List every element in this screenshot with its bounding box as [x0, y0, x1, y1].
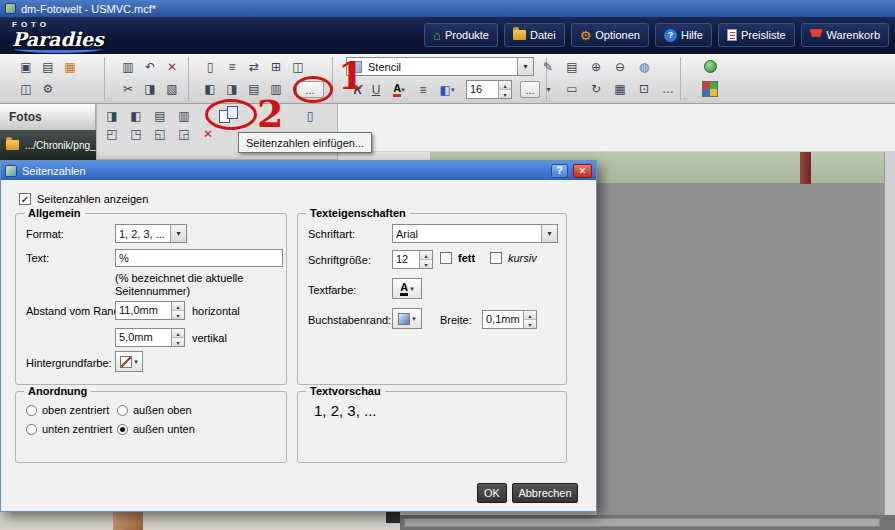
- pricelist-icon: [727, 29, 737, 41]
- frame-icon[interactable]: ⊡: [634, 80, 654, 97]
- slideshow-icon[interactable]: ▭: [562, 80, 582, 97]
- list-icon[interactable]: ≡: [222, 58, 242, 75]
- align-top-left-icon[interactable]: ◰: [102, 125, 122, 142]
- abstand-vertikal-spinner[interactable]: 5,0mm ▴▾: [115, 328, 185, 347]
- preview-text: 1, 2, 3, ...: [314, 402, 377, 419]
- photo-icon[interactable]: ▦: [60, 58, 80, 75]
- spin-up-icon[interactable]: ▴: [172, 329, 184, 338]
- fill-color-button[interactable]: ◧ ▾: [434, 81, 460, 98]
- spin-down-icon[interactable]: ▾: [524, 320, 536, 328]
- show-pagenumbers-checkbox[interactable]: ✓ Seitenzahlen anzeigen: [19, 193, 148, 205]
- chevron-down-icon[interactable]: ▾: [517, 58, 533, 75]
- nav-datei-button[interactable]: Datei: [504, 23, 565, 47]
- font-size-spinner[interactable]: 16 ▴▾: [466, 80, 512, 99]
- remove-icon[interactable]: ✕: [198, 125, 218, 142]
- layout-grid-icon[interactable]: ◫: [16, 80, 36, 97]
- buchstabenrand-button[interactable]: ▾: [392, 308, 422, 329]
- spin-down-icon[interactable]: ▾: [499, 90, 511, 98]
- group-texteigenschaften-title: Texteigenschaften: [306, 207, 410, 219]
- kursiv-checkbox[interactable]: kursiv: [490, 252, 537, 264]
- green-globe-icon: [704, 60, 717, 73]
- radio-aussen-oben[interactable]: außen oben: [117, 404, 192, 416]
- copy-icon[interactable]: ▥: [118, 58, 138, 75]
- spin-up-icon[interactable]: ▴: [172, 302, 184, 311]
- radio-aussen-unten[interactable]: außen unten: [117, 423, 195, 435]
- group-anordnung: Anordnung oben zentriert außen oben unte…: [15, 391, 287, 463]
- photo-grid-icon[interactable]: ▦: [610, 80, 630, 97]
- zoom-out-icon[interactable]: ⊖: [610, 58, 630, 75]
- schriftart-combobox[interactable]: Arial ▾: [392, 224, 558, 243]
- text-color-button[interactable]: A ▾: [386, 81, 412, 98]
- save-icon[interactable]: ▣: [16, 58, 36, 75]
- grid-icon[interactable]: ◫: [288, 58, 308, 75]
- cancel-button[interactable]: Abbrechen: [512, 483, 578, 503]
- dialog-title: Seitenzahlen: [22, 165, 546, 177]
- textbox-d-icon[interactable]: ▥: [174, 107, 194, 124]
- dialog-titlebar[interactable]: Seitenzahlen ? ✕: [1, 161, 596, 180]
- chevron-down-icon[interactable]: ▾: [542, 81, 555, 98]
- chevron-down-icon[interactable]: ▾: [541, 225, 557, 242]
- page-icon[interactable]: ▯: [200, 58, 220, 75]
- delete-icon[interactable]: ✕: [162, 58, 182, 75]
- radio-oben-zentriert[interactable]: oben zentriert: [26, 404, 109, 416]
- rotate-icon[interactable]: ↻: [586, 80, 606, 97]
- textfarbe-button[interactable]: A ▾: [392, 278, 422, 299]
- dialog-close-button[interactable]: ✕: [573, 164, 592, 178]
- textbox-a-icon[interactable]: ◨: [102, 107, 122, 124]
- spin-down-icon[interactable]: ▾: [172, 338, 184, 346]
- format-combobox[interactable]: 1, 2, 3, ... ▾: [115, 224, 187, 243]
- align-bottom-left-icon[interactable]: ◱: [150, 125, 170, 142]
- align-text-icon[interactable]: ≡: [414, 81, 432, 98]
- schriftgroesse-spinner[interactable]: 12 ▴▾: [392, 250, 433, 269]
- ok-button[interactable]: OK: [477, 483, 507, 503]
- radio-unten-zentriert[interactable]: unten zentriert: [26, 423, 112, 435]
- spin-down-icon[interactable]: ▾: [420, 260, 432, 268]
- textbox-b-icon[interactable]: ◧: [126, 107, 146, 124]
- horizontal-scrollbar[interactable]: [404, 518, 880, 527]
- nav-optionen-button[interactable]: ⚙ Optionen: [571, 23, 649, 47]
- kursiv-checkbox-box: [490, 252, 502, 264]
- nav-hilfe-button[interactable]: ? Hilfe: [655, 23, 712, 47]
- font-size-value: 16: [467, 81, 498, 98]
- globe-icon[interactable]: ◍: [634, 58, 654, 75]
- underline-button[interactable]: U: [368, 81, 384, 98]
- spin-up-icon[interactable]: ▴: [499, 81, 511, 90]
- duplicate-icon[interactable]: ◨: [140, 80, 160, 97]
- dialog-help-button[interactable]: ?: [551, 164, 568, 178]
- add-photos-icon[interactable]: ▤: [562, 58, 582, 75]
- text-input[interactable]: %: [115, 249, 283, 267]
- align-top-right-icon[interactable]: ◳: [126, 125, 146, 142]
- cut-icon[interactable]: ✂: [118, 80, 138, 97]
- layout-a-icon[interactable]: ◧: [200, 80, 220, 97]
- blank-page-icon[interactable]: ▯: [300, 107, 320, 124]
- palette-icon[interactable]: [700, 80, 720, 97]
- undo-icon[interactable]: ↶: [140, 58, 160, 75]
- zoom-in-icon[interactable]: ⊕: [586, 58, 606, 75]
- swap-pages-icon[interactable]: ⇄: [244, 58, 264, 75]
- nav-warenkorb-button[interactable]: Warenkorb: [801, 23, 889, 47]
- web-globe-icon[interactable]: [700, 58, 720, 75]
- vertical-scrollbar[interactable]: [884, 152, 895, 515]
- nav-preisliste-button[interactable]: Preisliste: [718, 23, 795, 47]
- fett-checkbox[interactable]: fett: [440, 252, 475, 264]
- spin-up-icon[interactable]: ▴: [420, 251, 432, 260]
- spin-down-icon[interactable]: ▾: [172, 311, 184, 319]
- paste-icon[interactable]: ▧: [162, 80, 182, 97]
- spin-up-icon[interactable]: ▴: [524, 311, 536, 320]
- hintergrundfarbe-button[interactable]: ▾: [115, 351, 143, 372]
- settings-icon[interactable]: ⚙: [38, 80, 58, 97]
- new-project-icon[interactable]: ▤: [38, 58, 58, 75]
- table-icon[interactable]: ⊞: [266, 58, 286, 75]
- textbox-c-icon[interactable]: ▤: [150, 107, 170, 124]
- nav-produkte-button[interactable]: ⌂ Produkte: [424, 23, 498, 47]
- text-more-button[interactable]: ...: [520, 81, 540, 98]
- breite-spinner[interactable]: 0,1mm ▴▾: [482, 310, 537, 329]
- layout-b-icon[interactable]: ◨: [222, 80, 242, 97]
- stencil-combobox[interactable]: Stencil ▾: [346, 57, 534, 76]
- abstand-horizontal-spinner[interactable]: 11,0mm ▴▾: [115, 301, 185, 320]
- toolbar-separator: [104, 57, 105, 101]
- chevron-down-icon[interactable]: ▾: [170, 225, 186, 242]
- align-bottom-right-icon[interactable]: ◲: [174, 125, 194, 142]
- edit-text-icon[interactable]: ✎: [538, 58, 558, 75]
- foto-more-button[interactable]: …: [658, 80, 678, 97]
